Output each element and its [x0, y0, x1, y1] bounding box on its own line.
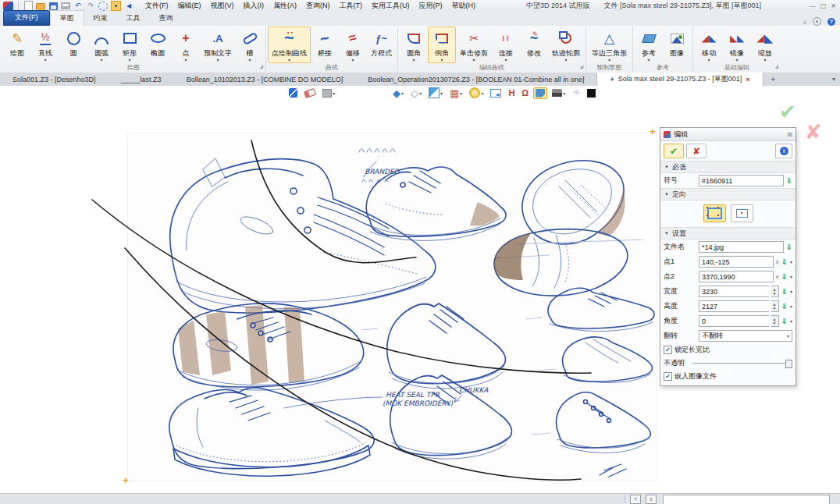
image-corner-marker-top-right[interactable]: + [650, 128, 656, 136]
ribbon-item-modify[interactable]: 修改 [520, 27, 548, 63]
print-icon[interactable] [61, 2, 70, 10]
section-orientation[interactable]: ▼ 定向 [660, 188, 796, 201]
shoe-sketch-image[interactable]: .o{fill:none;stroke:#2c50a0;stroke-width… [127, 133, 657, 481]
ribbon-item-chamfer[interactable]: 倒角▾ [428, 27, 456, 63]
minimize-button[interactable]: — [810, 2, 816, 9]
chevron-down-icon[interactable]: ▾ [790, 289, 792, 294]
tab-close-icon[interactable]: × [746, 76, 749, 83]
image-display-toggle-icon[interactable] [533, 87, 547, 99]
insert-value-icon[interactable]: ⇓ [781, 288, 788, 296]
confirm-check-button[interactable]: ✔ [779, 100, 796, 124]
tab-inquire[interactable]: 查询 [150, 11, 183, 26]
ribbon-item-bridge[interactable]: 桥接 [311, 27, 339, 63]
section-omega-icon[interactable] [519, 87, 531, 99]
chevron-down-icon[interactable]: ▾ [790, 318, 792, 324]
insert-value-icon[interactable]: ⇓ [781, 318, 788, 325]
point1-input[interactable]: 140,-125 [699, 256, 774, 268]
ribbon-item-slot[interactable]: 槽▾ [236, 27, 264, 63]
new-file-icon[interactable] [23, 2, 33, 10]
image-corner-marker-bottom-left[interactable]: + [123, 477, 129, 484]
group-dialog-launcher[interactable]: ◢ [259, 62, 263, 71]
menu-attributes[interactable]: 属性(A) [269, 0, 301, 12]
ribbon-item-reference[interactable]: 参考▾ [635, 27, 663, 63]
shaded-view-icon[interactable]: ▾ [390, 86, 406, 101]
menu-insert[interactable]: 插入(I) [240, 0, 269, 12]
insert-value-icon[interactable]: ⇓ [781, 273, 788, 281]
layers-icon[interactable]: ▾ [550, 87, 568, 98]
doc-tab-4[interactable]: Boolean_Operation20130726.Z3 - [BOOLEAN … [355, 73, 596, 86]
collapse-toolbar-icon[interactable]: ◀ [124, 2, 133, 10]
chevron-down-icon[interactable]: ▾ [790, 259, 792, 264]
doc-tab-3[interactable]: Bollean_10102013.Z3 - [COMBINE DO MODELO… [174, 73, 356, 86]
cancel-x-button[interactable]: ✘ [805, 120, 822, 144]
orientation-corners-button[interactable] [703, 204, 726, 222]
ribbon-item-circle[interactable]: 圆 [59, 27, 87, 63]
angle-input[interactable]: 0 [699, 315, 769, 327]
menu-inquire[interactable]: 查询(N) [302, 0, 334, 12]
lock-ratio-checkbox[interactable]: ✔ [664, 346, 672, 354]
command-input[interactable] [663, 495, 830, 504]
doc-tab-active[interactable]: + Sola max steel 29-21075.Z3 - [草图001] × [596, 73, 763, 86]
close-button[interactable]: ✕ [831, 2, 836, 9]
expand-chevrons-icon[interactable]: » [774, 275, 781, 278]
quick-access-dropdown[interactable]: ▾ [111, 1, 121, 11]
ribbon-item-fillet[interactable]: 圆角▾ [400, 27, 428, 63]
insert-value-icon[interactable]: ⇓ [786, 177, 792, 185]
menu-tools[interactable]: 工具(T) [336, 0, 367, 12]
spinner-control[interactable]: ▲▼ [771, 315, 779, 327]
symbol-input[interactable]: #1660911 [699, 175, 784, 186]
target-tool-icon[interactable] [98, 2, 108, 10]
group-dialog-launcher[interactable]: ◢ [774, 62, 778, 71]
filename-input[interactable]: *14.jpg [699, 241, 784, 253]
tab-list-menu-icon[interactable]: ▾ [832, 73, 840, 86]
ribbon-item-rectangle[interactable]: 矩形▾ [116, 27, 144, 63]
doc-tab-2[interactable]: _____last.Z3 [109, 73, 174, 86]
expand-chevrons-icon[interactable]: » [774, 261, 781, 263]
orientation-center-button[interactable] [731, 204, 753, 222]
ribbon-item-scale[interactable]: 缩放▾ [751, 27, 779, 63]
point2-input[interactable]: 3370,1990 [699, 271, 774, 282]
menu-file[interactable]: 文件(F) [141, 0, 173, 12]
chevron-down-icon[interactable]: ▾ [790, 274, 792, 279]
opacity-slider[interactable] [692, 359, 792, 367]
group-dialog-launcher[interactable]: ◢ [579, 62, 583, 71]
edit-panel-header[interactable]: 编辑 ⊠ [660, 128, 796, 141]
insert-value-icon[interactable]: ⇓ [781, 303, 788, 311]
drawing-canvas[interactable]: .o{fill:none;stroke:#2c50a0;stroke-width… [0, 100, 840, 493]
view-orientation-icon[interactable]: ▾ [426, 86, 445, 100]
panel-cancel-button[interactable]: ✘ [686, 144, 707, 158]
render-mode-icon[interactable]: ▾ [467, 86, 486, 100]
ribbon-item-point[interactable]: 点▾ [172, 27, 200, 63]
flip-select[interactable]: 不翻转 ▾ [699, 330, 792, 342]
ribbon-item-equation[interactable]: 方程式 [367, 27, 396, 63]
ribbon-item-ellipse[interactable]: 椭圆 [144, 27, 172, 63]
spinner-control[interactable]: ▲▼ [771, 300, 779, 312]
degrade-icon[interactable] [570, 86, 582, 100]
block-display-icon[interactable]: ▾ [320, 87, 337, 99]
panel-ok-button[interactable]: ✔ [664, 144, 684, 158]
ribbon-item-arc[interactable]: 圆弧▾ [87, 27, 116, 63]
grid-display-icon[interactable]: ▾ [447, 86, 464, 101]
slider-handle[interactable] [785, 360, 792, 368]
ribbon-item-sketch[interactable]: 绘图 [3, 27, 31, 63]
tab-sketch[interactable]: 草图 [50, 10, 84, 26]
ribbon-item-trace-profile[interactable]: 轨迹轮廓▾ [548, 27, 584, 63]
panel-info-button[interactable]: i [775, 144, 792, 158]
tab-constraint[interactable]: 约束 [84, 11, 117, 26]
tab-tools[interactable]: 工具 [117, 11, 150, 26]
panel-close-icon[interactable]: ⊠ [787, 131, 792, 138]
list-filter-icon[interactable]: ≡ [646, 495, 657, 504]
exit-sketch-icon[interactable] [287, 87, 300, 99]
doc-tab-1[interactable]: Sola001.Z3 - [Desenho3D] [0, 73, 109, 86]
help-icon[interactable]: ? [828, 18, 835, 26]
embed-image-checkbox[interactable]: ✔ [664, 372, 672, 381]
save-icon[interactable] [48, 2, 58, 10]
spinner-control[interactable]: ▲▼ [771, 286, 779, 297]
menu-edit[interactable]: 编辑(E) [174, 0, 205, 12]
ribbon-item-line[interactable]: 直线▾ [31, 27, 59, 63]
section-settings[interactable]: ▼ 设置 [660, 227, 796, 240]
ribbon-item-connect[interactable]: 连接▾ [492, 27, 520, 63]
height-input[interactable]: 2127 [699, 300, 769, 312]
section-required[interactable]: ▼ 必选 [660, 161, 796, 173]
background-color-icon[interactable] [585, 87, 598, 99]
